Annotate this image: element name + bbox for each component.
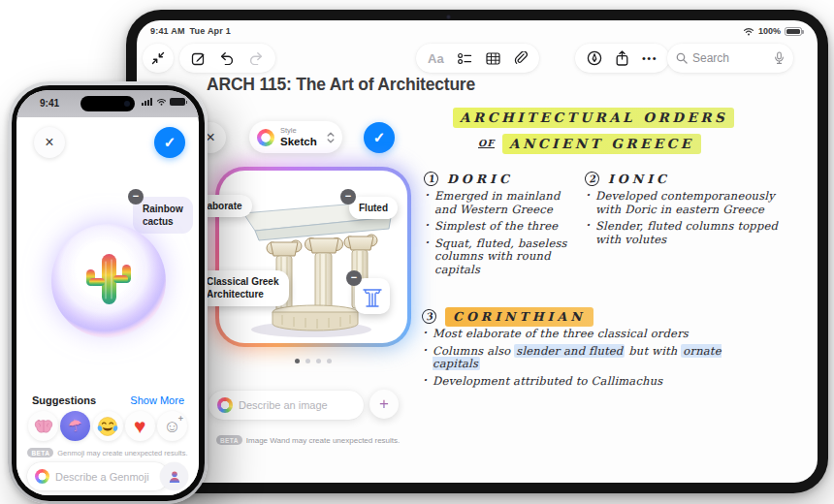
umbrella-genmoji[interactable]: ☂ xyxy=(60,411,90,441)
collapse-icon[interactable] xyxy=(151,51,165,65)
wifi-icon xyxy=(156,98,167,106)
corinthian-bullet: Development attributed to Callimachus xyxy=(422,375,763,389)
laughing-emoji[interactable] xyxy=(93,411,123,441)
image-wand-disclaimer: BETA Image Wand may create unexpected re… xyxy=(216,435,400,445)
battery-icon xyxy=(785,27,802,36)
suggestion-chip-fluted[interactable]: − Fluted xyxy=(349,197,398,219)
share-icon[interactable] xyxy=(616,50,628,66)
describe-image-field[interactable] xyxy=(208,391,364,420)
mic-icon[interactable] xyxy=(774,51,785,65)
checklist-icon[interactable] xyxy=(458,52,472,65)
notes-heading-line1: ARCHITECTURAL ORDERS xyxy=(453,110,734,125)
iphone-screen: 9:41 × ✓ − Rainbow cactus xyxy=(16,90,199,495)
doric-bullet: Squat, fluted, baseless columns with rou… xyxy=(424,237,577,277)
corinthian-name: CORINTHIAN xyxy=(445,307,593,327)
iphone-device: 9:41 × ✓ − Rainbow cactus xyxy=(8,81,208,504)
beta-badge: BETA xyxy=(27,448,53,457)
generated-image-card[interactable] xyxy=(215,167,411,347)
heart-emoji[interactable]: ♥ xyxy=(125,411,155,441)
redo-icon[interactable] xyxy=(248,51,264,65)
remove-chip-icon[interactable]: − xyxy=(340,189,356,205)
image-playground-icon xyxy=(257,129,274,146)
ipad-status-date: Tue Apr 1 xyxy=(190,26,231,36)
battery-percent: 100% xyxy=(758,26,781,36)
search-input[interactable] xyxy=(692,51,769,65)
edit-pill xyxy=(179,44,275,73)
add-emoji-icon[interactable]: ☺ + xyxy=(157,411,187,441)
genmoji-sheet: × ✓ − Rainbow cactus xyxy=(16,117,199,495)
ipad-status-bar: 9:41 AMTue Apr 1 xyxy=(150,26,231,36)
doric-bullet: Emerged in mainland and Western Greece xyxy=(424,190,577,216)
ionic-bullet: Slender, fluted columns topped with volu… xyxy=(585,220,800,246)
describe-genmoji-input[interactable] xyxy=(55,471,161,483)
column-sketch-thumbnail xyxy=(361,284,384,309)
genmoji-prompt-chip[interactable]: − Rainbow cactus xyxy=(133,197,193,234)
ipad-status-right: 100% xyxy=(743,26,802,36)
emoji-suggestions-row: ☂ ♥ ☺ + xyxy=(16,411,199,441)
corinthian-bullet: Most elaborate of the three classical or… xyxy=(422,328,763,341)
format-pill: Aa xyxy=(416,44,539,73)
describe-genmoji-field[interactable] xyxy=(27,462,169,490)
notes-toolbar: Aa ••• xyxy=(137,44,818,75)
genmoji-icon xyxy=(35,469,49,484)
corinthian-bullet: Columns also slender and fluted but with… xyxy=(422,345,763,371)
beta-badge: BETA xyxy=(216,435,242,445)
style-value: Sketch xyxy=(280,137,321,148)
more-button[interactable]: ••• xyxy=(642,52,658,64)
person-icon xyxy=(168,470,181,484)
rainbow-cactus-genmoji xyxy=(81,250,136,312)
battery-icon xyxy=(170,98,185,106)
sketch-reference-chip[interactable]: − xyxy=(355,278,390,314)
ipad-status-time: 9:41 AM xyxy=(150,26,185,36)
search-icon xyxy=(676,52,688,64)
remove-chip-icon[interactable]: − xyxy=(128,189,144,205)
image-pagination-dots[interactable] xyxy=(215,350,411,367)
text-format-button[interactable]: Aa xyxy=(428,51,444,66)
undo-icon[interactable] xyxy=(219,51,235,65)
genmoji-preview-bubble xyxy=(51,224,166,338)
person-genmoji-button[interactable] xyxy=(160,462,188,490)
ionic-name: IONIC xyxy=(608,172,670,186)
note-title: ARCH 115: The Art of Architecture xyxy=(207,75,475,95)
collapse-pill xyxy=(143,44,174,73)
suggestions-title: Suggestions xyxy=(32,394,96,406)
ionic-bullet: Developed contemporaneously with Doric i… xyxy=(585,190,800,216)
attachment-icon[interactable] xyxy=(514,51,528,66)
genmoji-close-button[interactable]: × xyxy=(34,127,65,158)
dynamic-island xyxy=(80,96,135,111)
cellular-signal-icon xyxy=(142,98,152,106)
genmoji-accept-button[interactable]: ✓ xyxy=(154,127,185,158)
remove-chip-icon[interactable]: − xyxy=(346,270,362,286)
chevron-up-down-icon xyxy=(327,131,335,144)
ipad-device: 9:41 AMTue Apr 1 100% Aa xyxy=(126,10,828,493)
actions-pill: ••• xyxy=(575,44,669,73)
image-wand-icon xyxy=(217,397,233,413)
search-field[interactable] xyxy=(667,44,793,73)
suggestion-chip-classical-greek[interactable]: Classical Greek Architecture xyxy=(197,270,289,306)
ionic-number: 2 xyxy=(584,171,600,187)
describe-image-input[interactable] xyxy=(239,399,355,411)
genmoji-disclaimer: BETA Genmoji may create unexpected resul… xyxy=(16,448,199,457)
image-wand-accept-button[interactable]: ✓ xyxy=(364,122,395,153)
ipad-camera xyxy=(446,15,451,19)
marketing-canvas: 9:41 AMTue Apr 1 100% Aa xyxy=(0,0,834,504)
notes-section-doric: 1 DORIC Emerged in mainland and Western … xyxy=(424,172,577,280)
ipad-screen: 9:41 AMTue Apr 1 100% Aa xyxy=(137,20,818,483)
iphone-bezel: 9:41 × ✓ − Rainbow cactus xyxy=(12,85,205,501)
doric-bullet: Simplest of the three xyxy=(424,220,577,234)
add-image-prompt-button[interactable]: + xyxy=(369,390,399,419)
compose-icon[interactable] xyxy=(191,51,206,66)
notes-section-corinthian: 3 CORINTHIAN Most elaborate of the three… xyxy=(422,309,763,392)
style-label: Style xyxy=(280,127,321,135)
doric-name: DORIC xyxy=(447,172,513,186)
style-picker[interactable]: Style Sketch xyxy=(249,121,342,153)
phone-status-time: 9:41 xyxy=(40,98,59,109)
notes-heading-line2: OFANCIENT GREECE xyxy=(478,136,701,151)
table-icon[interactable] xyxy=(486,52,500,65)
show-more-link[interactable]: Show More xyxy=(130,394,184,406)
markup-icon[interactable] xyxy=(587,50,602,66)
brain-emoji[interactable] xyxy=(28,411,58,441)
doric-number: 1 xyxy=(423,171,439,187)
notes-section-ionic: 2 IONIC Developed contemporaneously with… xyxy=(585,172,800,250)
wifi-icon xyxy=(743,27,754,36)
